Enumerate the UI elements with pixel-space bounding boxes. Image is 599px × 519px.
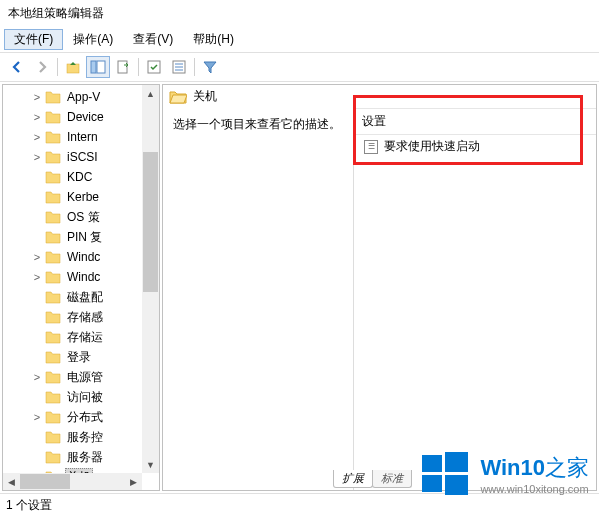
menu-action[interactable]: 操作(A) — [63, 29, 123, 50]
svg-rect-1 — [91, 61, 96, 73]
tree-item-label: Intern — [65, 130, 100, 144]
svg-rect-3 — [118, 61, 127, 73]
expand-icon[interactable]: > — [31, 251, 43, 263]
tree-item[interactable]: 服务控 — [7, 427, 159, 447]
column-header-settings[interactable]: 设置 — [354, 108, 596, 135]
svg-rect-2 — [97, 61, 105, 73]
window-title: 本地组策略编辑器 — [0, 0, 599, 27]
expand-icon[interactable]: > — [31, 411, 43, 423]
expand-icon[interactable]: > — [31, 91, 43, 103]
expand-icon[interactable]: > — [31, 111, 43, 123]
tree-item-label: 电源管 — [65, 369, 105, 386]
setting-item[interactable]: ☰要求使用快速启动 — [354, 135, 596, 158]
svg-rect-0 — [67, 64, 79, 73]
tree-item-label: Windc — [65, 270, 102, 284]
tree-item[interactable]: 存储运 — [7, 327, 159, 347]
tree-item-label: PIN 复 — [65, 229, 104, 246]
tree-item[interactable]: KDC — [7, 167, 159, 187]
menu-view[interactable]: 查看(V) — [123, 29, 183, 50]
expand-icon[interactable]: > — [31, 371, 43, 383]
tree-item[interactable]: OS 策 — [7, 207, 159, 227]
tree-item-label: 登录 — [65, 349, 93, 366]
policy-icon: ☰ — [364, 140, 378, 154]
tree-item[interactable]: PIN 复 — [7, 227, 159, 247]
properties-button[interactable] — [167, 56, 191, 78]
expand-icon[interactable]: > — [31, 131, 43, 143]
tree-item[interactable]: >分布式 — [7, 407, 159, 427]
setting-label: 要求使用快速启动 — [384, 138, 480, 155]
menu-help[interactable]: 帮助(H) — [183, 29, 244, 50]
menu-bar: 文件(F) 操作(A) 查看(V) 帮助(H) — [0, 27, 599, 52]
tree-item[interactable]: >Device — [7, 107, 159, 127]
tree-item[interactable]: Kerbe — [7, 187, 159, 207]
tree-item[interactable]: >Windc — [7, 247, 159, 267]
toolbar — [0, 52, 599, 82]
tree-item-label: 存储感 — [65, 309, 105, 326]
tree-item-label: 磁盘配 — [65, 289, 105, 306]
tree-item-label: 服务器 — [65, 449, 105, 466]
show-hide-tree-button[interactable] — [86, 56, 110, 78]
tree-item[interactable]: >App-V — [7, 87, 159, 107]
tree-item[interactable]: 服务器 — [7, 447, 159, 467]
back-button[interactable] — [5, 56, 29, 78]
tree-item-label: iSCSI — [65, 150, 100, 164]
tree-item-label: Kerbe — [65, 190, 101, 204]
tree-item-label: 存储运 — [65, 329, 105, 346]
forward-button[interactable] — [30, 56, 54, 78]
tree-item[interactable]: 磁盘配 — [7, 287, 159, 307]
expand-icon[interactable]: > — [31, 151, 43, 163]
tree-item-label: 分布式 — [65, 409, 105, 426]
expand-icon[interactable]: > — [31, 271, 43, 283]
tree-item-label: Windc — [65, 250, 102, 264]
tree-item[interactable]: >电源管 — [7, 367, 159, 387]
content-title: 关机 — [193, 88, 217, 105]
content-header: 关机 — [163, 85, 596, 108]
tree-item-label: 访问被 — [65, 389, 105, 406]
tab-extended[interactable]: 扩展 — [333, 470, 373, 488]
up-button[interactable] — [61, 56, 85, 78]
tab-standard[interactable]: 标准 — [372, 470, 412, 488]
folder-open-icon — [169, 89, 187, 104]
tree-pane: >App-V>Device>Intern>iSCSIKDCKerbeOS 策PI… — [2, 84, 160, 491]
menu-file[interactable]: 文件(F) — [4, 29, 63, 50]
tree-item-label: Device — [65, 110, 106, 124]
export-button[interactable] — [111, 56, 135, 78]
tree-item[interactable]: >iSCSI — [7, 147, 159, 167]
tree-item-label: 服务控 — [65, 429, 105, 446]
tree-item[interactable]: 存储感 — [7, 307, 159, 327]
tree-item[interactable]: >Intern — [7, 127, 159, 147]
tree-item[interactable]: 登录 — [7, 347, 159, 367]
content-pane: 关机 选择一个项目来查看它的描述。 设置 ☰要求使用快速启动 扩展 标准 — [162, 84, 597, 491]
tree-hscrollbar[interactable]: ◀ ▶ — [3, 473, 142, 490]
tree-vscrollbar[interactable]: ▲ ▼ — [142, 85, 159, 473]
description-text: 选择一个项目来查看它的描述。 — [173, 116, 343, 133]
tree-item-label: OS 策 — [65, 209, 102, 226]
tree-item[interactable]: >Windc — [7, 267, 159, 287]
content-tabs: 扩展 标准 — [333, 470, 411, 488]
refresh-button[interactable] — [142, 56, 166, 78]
tree-item-label: App-V — [65, 90, 102, 104]
tree-item[interactable]: 访问被 — [7, 387, 159, 407]
tree-item-label: KDC — [65, 170, 94, 184]
filter-button[interactable] — [198, 56, 222, 78]
status-bar: 1 个设置 — [0, 494, 599, 517]
